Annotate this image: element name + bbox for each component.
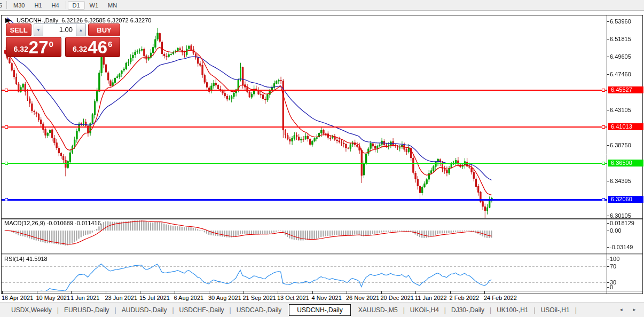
date-axis-label: 24 Feb 2022 [484, 295, 517, 301]
sell-price-prefix: 6.32 [14, 45, 28, 57]
chart-tab-usoil-h1[interactable]: USOil-,H1 [536, 306, 575, 314]
sell-price-display[interactable]: 6.32 27 0 [6, 37, 61, 57]
chart-tab-usdcad-daily[interactable]: USDCAD-,Daily [232, 306, 287, 314]
date-axis-label: 20 Dec 2021 [381, 295, 414, 301]
chart-tab-audusd-daily[interactable]: AUDUSD-,Daily [117, 306, 172, 314]
price-tick-label: 6.38750 [610, 142, 631, 148]
chart-tab-eurusd-daily[interactable]: EURUSD-,Daily [59, 306, 114, 314]
timeframe-toolbar: 5M30H1H4D1W1MN [0, 0, 644, 11]
date-axis-label: 30 Aug 2021 [208, 295, 241, 301]
tab-separator: | [115, 306, 116, 314]
price-tick-label: 6.51815 [610, 36, 631, 42]
toolbar-separator [6, 1, 7, 9]
macd-axis-label: -0.03149 [610, 244, 633, 250]
chart-tab-ukoil-h4[interactable]: UKOil-,H4 [405, 306, 444, 314]
chart-tab-uk100-h1[interactable]: UK100-,H1 [492, 306, 533, 314]
timeframe-button-d1[interactable]: D1 [68, 1, 85, 10]
buy-button[interactable]: BUY [88, 23, 120, 36]
buy-price-point: 6 [108, 39, 112, 49]
chart-ohlc-values: 6.32126 6.32585 6.32072 6.32270 [61, 17, 151, 23]
buy-price-pips: 46 [88, 38, 107, 57]
rsi-value: 41.5918 [26, 256, 48, 262]
rsi-pane-label: RSI(14) 41.5918 [4, 256, 48, 262]
macd-axis-label: 0.00 [610, 227, 621, 234]
macd-signal-value: -0.011416 [75, 220, 101, 226]
buy-price-display[interactable]: 6.32 46 6 [65, 37, 121, 57]
tab-separator: | [444, 306, 446, 314]
hline-price-label: 6.45527 [608, 86, 643, 93]
chart-tab-usdchf-daily[interactable]: USDCHF-,Daily [175, 306, 229, 314]
timeframe-button-mn[interactable]: MN [103, 1, 122, 10]
one-click-trade-panel: SELL ▼ 1.00 ▲ BUY 6.32 27 0 6.32 46 6 [6, 23, 120, 57]
timeframe-button-h4[interactable]: H4 [46, 1, 64, 10]
hline-price-label: 6.36500 [608, 160, 643, 167]
date-axis-label: 6 Aug 2021 [174, 295, 204, 301]
price-tick-label: 6.47460 [610, 71, 631, 77]
date-axis-label: 11 Jan 2022 [415, 295, 447, 301]
toolbar-separator [66, 1, 66, 9]
hline-price-label: 6.32060 [608, 196, 643, 203]
price-tick-label: 6.30105 [610, 212, 631, 219]
timeframe-button-h1[interactable]: H1 [29, 1, 46, 10]
tab-scroll-arrows: ◄ ► [619, 307, 637, 313]
date-axis: 16 Apr 202110 May 20211 Jun 202123 Jun 2… [1, 295, 643, 302]
rsi-indicator-name: RSI(14) [4, 256, 25, 262]
chart-symbol-label: USDCNH-,Daily [17, 17, 58, 23]
tab-scroll-left-icon[interactable]: ◄ [619, 307, 623, 313]
macd-main-value: -0.010689 [46, 220, 73, 226]
macd-axis-label: 0.018129 [610, 220, 634, 226]
rsi-axis-label: 100 [610, 256, 619, 262]
volume-decrease-button[interactable]: ▼ [34, 23, 43, 36]
date-axis-label: 15 Jul 2021 [139, 295, 170, 301]
chart-tab-dj30-daily[interactable]: DJ30-,Daily [446, 306, 489, 314]
tab-separator: | [403, 306, 405, 314]
chart-header: USDCNH-,Daily 6.32126 6.32585 6.32072 6.… [5, 17, 151, 23]
macd-indicator-name: MACD(12,26,9) [4, 220, 45, 226]
timeframe-button-m30[interactable]: M30 [9, 1, 29, 10]
tab-separator: | [57, 306, 59, 314]
date-axis-label: 4 Nov 2021 [312, 295, 342, 301]
sell-price-pips: 27 [29, 38, 49, 57]
tab-separator: | [230, 306, 231, 314]
rsi-axis-label: 0 [610, 284, 613, 290]
tab-separator: | [534, 306, 536, 314]
tab-separator: | [172, 306, 174, 314]
rsi-axis-label: 70 [610, 263, 616, 270]
price-tick-label: 6.53960 [610, 18, 631, 25]
buy-price-prefix: 6.32 [73, 45, 87, 57]
date-axis-label: 21 Sep 2021 [243, 295, 276, 301]
volume-increase-button[interactable]: ▲ [76, 23, 86, 36]
volume-input[interactable]: 1.00 [43, 23, 76, 36]
price-tick-label: 6.43105 [610, 107, 631, 113]
date-axis-label: 16 Apr 2021 [2, 295, 33, 301]
date-axis-label: 2 Feb 2022 [450, 295, 480, 301]
tab-scroll-right-icon[interactable]: ► [632, 307, 637, 313]
tab-separator: | [575, 306, 577, 314]
date-axis-label: 10 May 2021 [36, 295, 70, 301]
timeframe-button-5[interactable]: 5 [0, 1, 5, 10]
chart-window: USDCNH-,Daily 6.32126 6.32585 6.32072 6.… [1, 15, 643, 294]
chart-tab-xauusd-m5[interactable]: XAUUSD-,M5 [354, 306, 403, 314]
sell-price-point: 0 [49, 39, 53, 49]
timeframe-button-w1[interactable]: W1 [85, 1, 104, 10]
macd-pane-label: MACD(12,26,9) -0.010689 -0.011416 [4, 220, 101, 226]
tab-separator: | [490, 306, 491, 314]
date-axis-label: 1 Jun 2021 [70, 295, 99, 301]
price-tick-label: 6.34395 [610, 178, 631, 184]
date-axis-label: 26 Nov 2021 [346, 295, 379, 301]
price-tick-label: 6.49605 [610, 53, 631, 60]
chart-tab-bar: USDX,Weekly|EURUSD-,Daily|AUDUSD-,Daily|… [0, 302, 644, 317]
sell-button[interactable]: SELL [6, 23, 32, 36]
chart-symbol-icon [5, 18, 13, 23]
hline-price-label: 6.41013 [608, 123, 643, 130]
date-axis-label: 23 Jun 2021 [105, 295, 138, 301]
chart-tab-usdx-weekly[interactable]: USDX,Weekly [6, 306, 57, 314]
date-axis-label: 13 Oct 2021 [277, 295, 309, 301]
price-chart-canvas[interactable] [2, 15, 642, 294]
chart-tab-usdcnh-daily[interactable]: USDCNH-,Daily [289, 304, 350, 316]
volume-spinner: ▼ 1.00 ▲ [34, 23, 86, 36]
